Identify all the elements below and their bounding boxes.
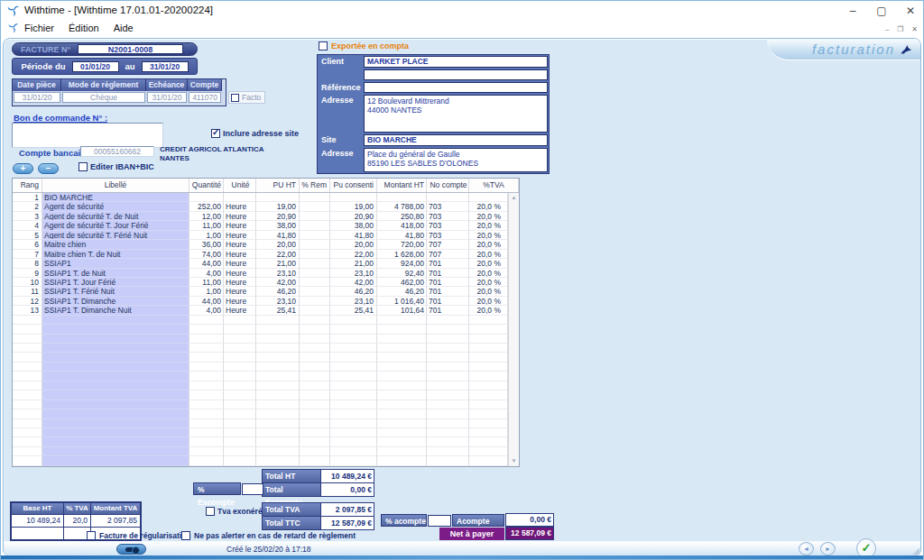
grid-cell[interactable]: 20,0 % — [469, 250, 508, 259]
grid-cell[interactable]: 5 — [13, 231, 42, 240]
grid-cell[interactable]: 20,90 — [256, 212, 300, 221]
grid-cell[interactable]: 101,64 — [377, 306, 427, 315]
grid-cell[interactable] — [42, 428, 189, 437]
grid-cell[interactable] — [256, 456, 300, 465]
grid-cell[interactable]: 1,00 — [189, 287, 224, 296]
grid-cell[interactable] — [256, 353, 300, 362]
grid-row[interactable]: 9SSIAP1 T. de Nuit4,00Heure23,1023,1092,… — [13, 269, 508, 278]
grid-cell[interactable] — [13, 447, 42, 456]
grid-cell[interactable] — [256, 363, 300, 372]
grid-cell[interactable]: 41,80 — [256, 231, 300, 240]
editer-iban-checkbox[interactable] — [79, 162, 88, 171]
grid-cell[interactable] — [330, 390, 377, 399]
grid-cell[interactable]: 701 — [427, 278, 469, 287]
piece-compte-field[interactable]: 411070 — [189, 92, 221, 103]
grid-cell[interactable]: SSIAP1 T. Férié Nuit — [42, 287, 189, 296]
grid-cell[interactable] — [42, 363, 189, 372]
grid-cell[interactable] — [427, 400, 469, 409]
grid-cell[interactable]: 25,41 — [330, 306, 377, 315]
grid-cell[interactable] — [469, 325, 508, 334]
grid-cell[interactable]: 74,00 — [189, 250, 224, 259]
resize-grip-icon[interactable]: ◢ — [912, 546, 919, 555]
inclure-adresse-checkbox[interactable] — [211, 129, 220, 138]
grid-cell[interactable]: 1 628,00 — [377, 250, 427, 259]
grid-cell[interactable] — [13, 335, 42, 344]
grid-col-header[interactable]: PU HT — [256, 179, 300, 192]
grid-cell[interactable] — [189, 372, 224, 381]
grid-cell[interactable] — [42, 390, 189, 399]
grid-cell[interactable]: 22,00 — [330, 250, 377, 259]
grid-cell[interactable] — [330, 353, 377, 362]
grid-cell[interactable] — [300, 390, 330, 399]
grid-row[interactable] — [13, 409, 508, 418]
grid-cell[interactable] — [300, 297, 330, 306]
grid-cell[interactable] — [224, 363, 256, 372]
grid-cell[interactable] — [300, 372, 330, 381]
grid-cell[interactable] — [189, 344, 224, 353]
grid-row[interactable] — [13, 390, 508, 399]
grid-cell[interactable]: 10 — [13, 278, 42, 287]
grid-cell[interactable] — [469, 353, 508, 362]
grid-cell[interactable]: 20,00 — [256, 240, 300, 249]
grid-cell[interactable]: 20,0 % — [469, 297, 508, 306]
grid-cell[interactable] — [377, 353, 427, 362]
maximize-icon[interactable]: ▢ — [867, 1, 896, 21]
grid-cell[interactable] — [330, 193, 377, 202]
grid-cell[interactable] — [224, 456, 256, 465]
grid-cell[interactable]: 92,40 — [377, 269, 427, 278]
grid-cell[interactable]: 20,0 % — [469, 231, 508, 240]
grid-cell[interactable] — [13, 353, 42, 362]
grid-cell[interactable]: 703 — [427, 202, 469, 211]
grid-cell[interactable] — [427, 456, 469, 465]
grid-cell[interactable] — [256, 447, 300, 456]
grid-cell[interactable] — [13, 325, 42, 334]
grid-cell[interactable] — [469, 409, 508, 418]
grid-cell[interactable] — [13, 409, 42, 418]
grid-cell[interactable] — [427, 419, 469, 428]
grid-cell[interactable] — [300, 456, 330, 465]
grid-row[interactable] — [13, 400, 508, 409]
menu-aide[interactable]: Aide — [114, 23, 134, 33]
grid-cell[interactable] — [300, 437, 330, 446]
tva-exoneree-checkbox[interactable] — [206, 507, 215, 516]
grid-cell[interactable] — [427, 372, 469, 381]
grid-cell[interactable] — [330, 437, 377, 446]
grid-cell[interactable] — [330, 456, 377, 465]
grid-cell[interactable] — [469, 447, 508, 456]
grid-cell[interactable] — [377, 381, 427, 390]
grid-cell[interactable] — [300, 278, 330, 287]
grid-cell[interactable]: 23,10 — [330, 297, 377, 306]
grid-cell[interactable] — [13, 390, 42, 399]
grid-cell[interactable] — [377, 344, 427, 353]
grid-cell[interactable] — [469, 372, 508, 381]
grid-row[interactable]: 6Maitre chien36,00Heure20,0020,00720,007… — [13, 240, 508, 249]
grid-cell[interactable] — [300, 353, 330, 362]
grid-cell[interactable] — [377, 437, 427, 446]
grid-cell[interactable] — [42, 447, 189, 456]
grid-cell[interactable] — [330, 428, 377, 437]
next-invoice-button[interactable]: ► — [820, 542, 836, 555]
grid-cell[interactable] — [469, 456, 508, 465]
grid-cell[interactable] — [300, 428, 330, 437]
grid-cell[interactable] — [256, 390, 300, 399]
grid-cell[interactable] — [300, 344, 330, 353]
grid-cell[interactable]: Heure — [224, 212, 256, 221]
grid-cell[interactable]: 46,20 — [377, 287, 427, 296]
periode-from-field[interactable]: 01/01/20 — [72, 61, 119, 72]
grid-cell[interactable] — [42, 353, 189, 362]
grid-cell[interactable]: 20,0 % — [469, 259, 508, 268]
title-bar[interactable]: Withtime - [Withtime 17.01.01-20200224] … — [1, 1, 924, 20]
grid-cell[interactable] — [224, 409, 256, 418]
grid-cell[interactable] — [377, 428, 427, 437]
grid-cell[interactable] — [256, 428, 300, 437]
grid-cell[interactable] — [42, 372, 189, 381]
grid-row[interactable] — [13, 419, 508, 428]
grid-cell[interactable]: Heure — [224, 202, 256, 211]
grid-cell[interactable]: 41,80 — [330, 231, 377, 240]
grid-cell[interactable] — [469, 437, 508, 446]
grid-cell[interactable]: Agent de sécurité — [42, 202, 189, 211]
grid-cell[interactable] — [469, 335, 508, 344]
grid-cell[interactable] — [377, 447, 427, 456]
grid-cell[interactable] — [224, 447, 256, 456]
grid-cell[interactable]: 250,80 — [377, 212, 427, 221]
